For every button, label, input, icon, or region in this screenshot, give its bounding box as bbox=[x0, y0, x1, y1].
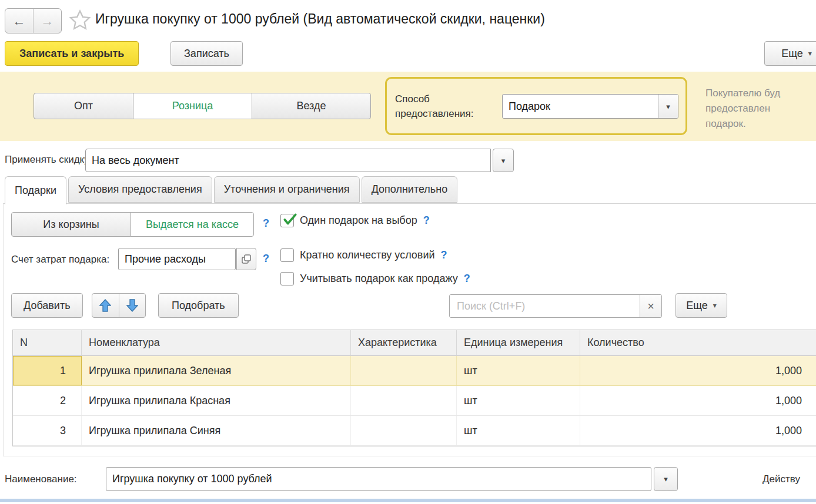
scope-panel: Опт Розница Везде Способ предоставления:… bbox=[0, 72, 816, 141]
segment-vydaetsya-na-kasse[interactable]: Выдается на кассе bbox=[131, 212, 254, 237]
star-icon bbox=[68, 8, 92, 32]
bottom-divider bbox=[0, 499, 816, 502]
nav-history-group: ← → bbox=[5, 8, 62, 33]
favorite-star-button[interactable] bbox=[68, 8, 92, 35]
form-more-button[interactable]: Еще ▾ bbox=[764, 41, 816, 66]
chevron-down-icon: ▾ bbox=[666, 102, 670, 111]
move-down-button[interactable] bbox=[119, 294, 146, 317]
more-label: Еще bbox=[781, 48, 803, 60]
name-label: Наименование: bbox=[5, 473, 77, 485]
cell-nomenclature[interactable]: Игрушка прилипала Красная bbox=[82, 386, 351, 415]
column-header-n[interactable]: N bbox=[13, 330, 82, 356]
search-input[interactable] bbox=[450, 295, 640, 317]
gift-source-help-icon[interactable]: ? bbox=[263, 217, 269, 230]
open-icon bbox=[241, 254, 252, 264]
cell-unit[interactable]: шт bbox=[457, 416, 580, 445]
gifts-table-body: 1 Игрушка прилипала Зеленая шт 1,000 2 И… bbox=[13, 356, 816, 446]
back-arrow-icon: ← bbox=[13, 14, 26, 29]
name-combo bbox=[106, 467, 651, 491]
cell-characteristic[interactable] bbox=[351, 386, 457, 415]
provision-method-dropdown-button[interactable]: ▾ bbox=[658, 95, 678, 118]
column-header-nomenclature[interactable]: Номенклатура bbox=[82, 330, 351, 356]
cell-n[interactable]: 2 bbox=[13, 386, 82, 415]
back-button[interactable]: ← bbox=[5, 9, 34, 33]
cost-account-combo: ▾ bbox=[118, 248, 236, 270]
cost-account-open-button[interactable] bbox=[236, 248, 256, 270]
cost-account-help-icon[interactable]: ? bbox=[263, 253, 269, 265]
provision-method-group: Способ предоставления: ▾ bbox=[385, 77, 687, 135]
move-up-button[interactable] bbox=[92, 294, 119, 317]
cell-quantity[interactable]: 1,000 bbox=[580, 356, 816, 385]
chevron-down-icon: ▾ bbox=[713, 301, 717, 310]
name-input[interactable] bbox=[106, 468, 651, 490]
segment-iz-korziny[interactable]: Из корзины bbox=[11, 212, 131, 237]
gifts-tab-panel: Из корзины Выдается на кассе ? Один пода… bbox=[3, 203, 816, 456]
form-window: ← → Игрушка покупку от 1000 рублей (Вид … bbox=[0, 0, 816, 504]
checkbox-row-count-as-sale: Учитывать подарок как продажу ? bbox=[280, 272, 470, 285]
tab-dopolnitelno[interactable]: Дополнительно bbox=[362, 176, 458, 203]
provision-method-input[interactable] bbox=[503, 95, 658, 118]
provision-hint-text: Покупателю буд предоставлен подарок. bbox=[705, 86, 816, 132]
hint-line: Покупателю буд bbox=[705, 86, 816, 101]
one-gift-label: Один подарок на выбор bbox=[300, 214, 417, 227]
tab-strip: Подарки Условия предоставления Уточнения… bbox=[5, 176, 457, 204]
segment-vezde[interactable]: Везде bbox=[252, 93, 371, 119]
cell-unit[interactable]: шт bbox=[457, 386, 580, 415]
segment-opt[interactable]: Опт bbox=[34, 93, 133, 119]
cell-quantity[interactable]: 1,000 bbox=[580, 386, 816, 415]
cell-n[interactable]: 1 bbox=[13, 356, 82, 385]
table-more-button[interactable]: Еще ▾ bbox=[675, 293, 727, 318]
chevron-down-icon: ▾ bbox=[501, 156, 506, 165]
page-title: Игрушка покупку от 1000 рублей (Вид авто… bbox=[95, 11, 545, 27]
chevron-down-icon: ▾ bbox=[808, 49, 812, 58]
count-as-sale-label: Учитывать подарок как продажу bbox=[300, 273, 458, 285]
column-header-quantity[interactable]: Количество bbox=[580, 330, 816, 356]
hint-line: подарок. bbox=[705, 116, 816, 132]
count-as-sale-checkbox[interactable] bbox=[280, 272, 294, 285]
table-row[interactable]: 3 Игрушка прилипала Синяя шт 1,000 bbox=[13, 416, 816, 446]
multiple-conditions-label: Кратно количеству условий bbox=[300, 249, 435, 261]
cell-nomenclature[interactable]: Игрушка прилипала Зеленая bbox=[82, 356, 351, 385]
forward-button[interactable]: → bbox=[34, 9, 61, 33]
name-dropdown-button[interactable]: ▾ bbox=[654, 467, 678, 491]
table-row[interactable]: 2 Игрушка прилипала Красная шт 1,000 bbox=[13, 386, 816, 416]
segment-roznitsa[interactable]: Розница bbox=[133, 93, 252, 119]
column-header-characteristic[interactable]: Характеристика bbox=[351, 330, 457, 356]
cell-unit[interactable]: шт bbox=[457, 356, 580, 385]
apply-discount-dropdown-button[interactable]: ▾ bbox=[493, 149, 514, 172]
cell-characteristic[interactable] bbox=[351, 356, 457, 385]
arrow-up-icon bbox=[99, 299, 111, 312]
cell-quantity[interactable]: 1,000 bbox=[580, 416, 816, 445]
chevron-down-icon: ▾ bbox=[664, 475, 668, 483]
add-row-button[interactable]: Добавить bbox=[11, 293, 83, 318]
multiple-conditions-checkbox[interactable] bbox=[280, 248, 294, 262]
search-box: × bbox=[449, 294, 662, 318]
hint-line: предоставлен bbox=[705, 101, 816, 116]
cost-account-input[interactable] bbox=[119, 248, 236, 270]
cell-n[interactable]: 3 bbox=[13, 416, 82, 445]
multiple-conditions-help-icon[interactable]: ? bbox=[441, 249, 447, 261]
arrow-down-icon bbox=[126, 299, 138, 312]
cost-account-label: Счет затрат подарка: bbox=[11, 254, 109, 266]
tab-usloviya-predostavleniya[interactable]: Условия предоставления bbox=[68, 176, 212, 203]
apply-discount-combo bbox=[85, 149, 491, 172]
tab-utochneniya-i-ogranicheniya[interactable]: Уточнения и ограничения bbox=[214, 176, 360, 203]
cell-characteristic[interactable] bbox=[351, 416, 457, 445]
search-clear-button[interactable]: × bbox=[640, 295, 661, 317]
apply-discount-input[interactable] bbox=[86, 149, 490, 172]
save-button[interactable]: Записать bbox=[170, 41, 243, 66]
table-row[interactable]: 1 Игрушка прилипала Зеленая шт 1,000 bbox=[13, 356, 816, 386]
cell-nomenclature[interactable]: Игрушка прилипала Синяя bbox=[82, 416, 351, 445]
save-and-close-button[interactable]: Записать и закрыть bbox=[5, 41, 139, 66]
apply-discount-label: Применять скидку: bbox=[5, 154, 92, 166]
gifts-table: N Номенклатура Характеристика Единица из… bbox=[12, 330, 816, 446]
column-header-unit[interactable]: Единица измерения bbox=[457, 330, 580, 356]
provision-method-label: Способ предоставления: bbox=[395, 92, 502, 121]
checkmark-icon bbox=[282, 212, 297, 227]
one-gift-help-icon[interactable]: ? bbox=[423, 214, 430, 227]
pick-items-button[interactable]: Подобрать bbox=[158, 293, 239, 318]
tab-podarki[interactable]: Подарки bbox=[5, 176, 66, 204]
one-gift-checkbox[interactable] bbox=[280, 214, 294, 227]
gifts-table-header: N Номенклатура Характеристика Единица из… bbox=[13, 330, 816, 356]
count-as-sale-help-icon[interactable]: ? bbox=[464, 273, 470, 285]
